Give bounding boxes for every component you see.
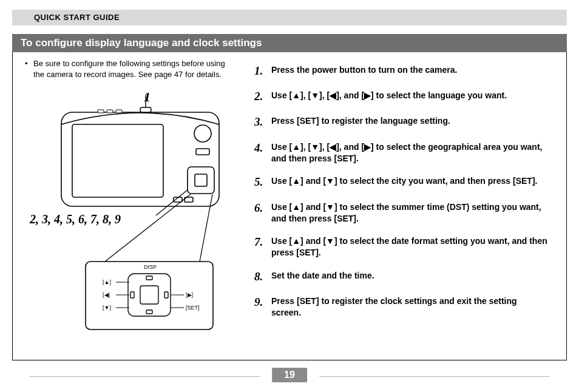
step-number: 7. — [254, 234, 271, 259]
svg-rect-22 — [164, 292, 168, 298]
detail-left-label: [◀] — [103, 292, 110, 298]
step-text: Use [▲] and [▼] to select the city you w… — [271, 174, 537, 190]
footer-divider-right — [319, 376, 550, 377]
svg-rect-11 — [107, 110, 113, 113]
svg-rect-8 — [140, 107, 151, 112]
camera-diagram: 1 2, 3, 4, 5, 6, 7, 8, 9 DISP [▲] [◀] [▼… — [25, 88, 237, 337]
left-column: • Be sure to configure the following set… — [13, 52, 248, 360]
step-number: 4. — [254, 140, 271, 165]
step-text: Use [▲], [▼], [◀], and [▶] to select the… — [271, 140, 548, 165]
step-list: 1.Press the power button to turn on the … — [254, 63, 548, 319]
step-item: 8.Set the date and the time. — [254, 269, 548, 285]
manual-page: QUICK START GUIDE To configure display l… — [0, 0, 579, 392]
step-text: Use [▲], [▼], [◀], and [▶] to select the… — [271, 89, 507, 104]
step-item: 1.Press the power button to turn on the … — [254, 63, 548, 79]
footer-divider-left — [29, 376, 260, 377]
detail-disp-label: DISP — [144, 264, 157, 270]
svg-rect-12 — [116, 110, 122, 113]
step-text: Use [▲] and [▼] to select the summer tim… — [271, 200, 548, 225]
step-item: 2.Use [▲], [▼], [◀], and [▶] to select t… — [254, 89, 548, 104]
detail-set-label: [SET] — [186, 305, 200, 311]
bullet-icon: • — [25, 58, 33, 79]
svg-rect-18 — [140, 286, 158, 304]
callout-top: 1 — [144, 89, 151, 105]
step-number: 2. — [254, 89, 271, 104]
svg-rect-3 — [196, 149, 209, 155]
section-title: To configure display language and clock … — [12, 34, 567, 52]
step-item: 6.Use [▲] and [▼] to select the summer t… — [254, 200, 548, 225]
step-text: Set the date and the time. — [271, 269, 374, 285]
callout-left: 2, 3, 4, 5, 6, 7, 8, 9 — [30, 212, 121, 226]
page-number: 19 — [272, 368, 307, 382]
detail-down-label: [▼] — [103, 305, 111, 311]
intro-note-text: Be sure to configure the following setti… — [33, 58, 237, 79]
step-number: 8. — [254, 269, 271, 285]
step-number: 3. — [254, 114, 271, 130]
svg-rect-20 — [146, 310, 152, 314]
detail-right-label: [▶] — [186, 292, 193, 298]
svg-rect-19 — [146, 276, 152, 280]
step-number: 6. — [254, 200, 271, 225]
svg-rect-10 — [98, 110, 104, 113]
svg-rect-1 — [72, 124, 163, 197]
step-number: 9. — [254, 294, 271, 319]
svg-point-2 — [194, 125, 211, 142]
detail-up-label: [▲] — [103, 279, 111, 285]
step-text: Use [▲] and [▼] to select the date forma… — [271, 234, 548, 259]
content-box: • Be sure to configure the following set… — [12, 52, 567, 360]
step-text: Press [SET] to register the language set… — [271, 114, 450, 130]
svg-rect-5 — [195, 174, 207, 186]
step-item: 5.Use [▲] and [▼] to select the city you… — [254, 174, 548, 190]
step-text: Press [SET] to register the clock settin… — [271, 294, 548, 319]
svg-rect-21 — [130, 292, 134, 298]
right-column: 1.Press the power button to turn on the … — [248, 52, 566, 360]
page-footer: 19 — [0, 368, 579, 388]
header-title: QUICK START GUIDE — [12, 10, 567, 25]
step-text: Press the power button to turn on the ca… — [271, 63, 457, 79]
step-item: 7.Use [▲] and [▼] to select the date for… — [254, 234, 548, 259]
step-number: 5. — [254, 174, 271, 190]
step-number: 1. — [254, 63, 271, 79]
intro-note: • Be sure to configure the following set… — [25, 58, 237, 79]
step-item: 9.Press [SET] to register the clock sett… — [254, 294, 548, 319]
step-item: 4.Use [▲], [▼], [◀], and [▶] to select t… — [254, 140, 548, 165]
step-item: 3.Press [SET] to register the language s… — [254, 114, 548, 130]
